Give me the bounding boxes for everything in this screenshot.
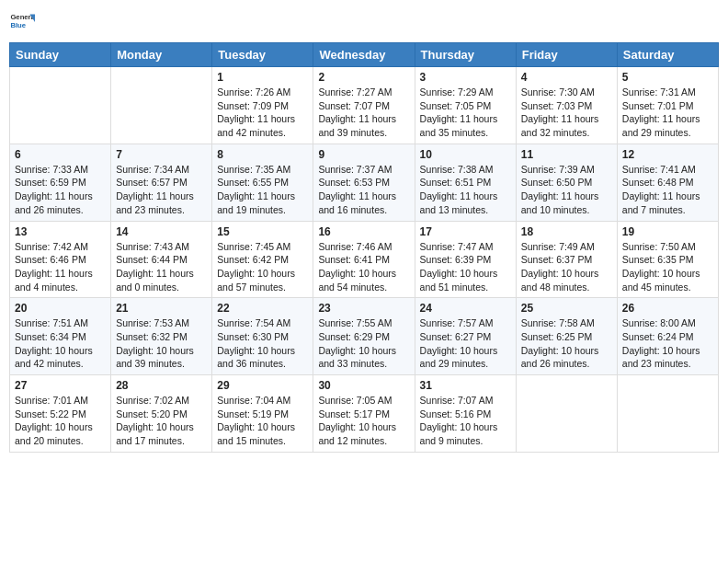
- day-info: Sunrise: 7:45 AM Sunset: 6:42 PM Dayligh…: [217, 240, 308, 294]
- day-info: Sunrise: 7:37 AM Sunset: 6:53 PM Dayligh…: [318, 163, 409, 217]
- day-number: 18: [521, 225, 612, 238]
- day-number: 28: [116, 379, 207, 392]
- day-number: 7: [116, 148, 207, 161]
- day-cell: 12Sunrise: 7:41 AM Sunset: 6:48 PM Dayli…: [617, 144, 718, 221]
- day-info: Sunrise: 7:50 AM Sunset: 6:35 PM Dayligh…: [622, 240, 713, 294]
- svg-text:Blue: Blue: [10, 21, 26, 29]
- day-info: Sunrise: 7:51 AM Sunset: 6:34 PM Dayligh…: [15, 316, 106, 371]
- day-info: Sunrise: 7:54 AM Sunset: 6:30 PM Dayligh…: [217, 316, 308, 371]
- day-cell: 11Sunrise: 7:39 AM Sunset: 6:50 PM Dayli…: [516, 144, 617, 221]
- day-info: Sunrise: 7:07 AM Sunset: 5:16 PM Dayligh…: [420, 394, 511, 448]
- col-header-thursday: Thursday: [415, 43, 516, 67]
- day-info: Sunrise: 7:33 AM Sunset: 6:59 PM Dayligh…: [15, 163, 106, 217]
- day-info: Sunrise: 7:04 AM Sunset: 5:19 PM Dayligh…: [217, 394, 308, 448]
- day-number: 3: [420, 71, 511, 84]
- day-number: 16: [318, 225, 409, 238]
- day-number: 1: [217, 71, 308, 84]
- day-cell: 21Sunrise: 7:53 AM Sunset: 6:32 PM Dayli…: [111, 298, 212, 375]
- day-number: 22: [217, 302, 308, 315]
- day-info: Sunrise: 7:39 AM Sunset: 6:50 PM Dayligh…: [521, 163, 612, 217]
- day-number: 24: [420, 302, 511, 315]
- day-info: Sunrise: 7:46 AM Sunset: 6:41 PM Dayligh…: [318, 240, 409, 294]
- day-cell: 28Sunrise: 7:02 AM Sunset: 5:20 PM Dayli…: [111, 375, 212, 453]
- day-cell: [111, 67, 212, 144]
- day-cell: 6Sunrise: 7:33 AM Sunset: 6:59 PM Daylig…: [10, 144, 111, 221]
- day-cell: 13Sunrise: 7:42 AM Sunset: 6:46 PM Dayli…: [10, 221, 111, 298]
- day-info: Sunrise: 7:49 AM Sunset: 6:37 PM Dayligh…: [521, 240, 612, 294]
- day-number: 13: [15, 225, 106, 238]
- day-cell: 3Sunrise: 7:29 AM Sunset: 7:05 PM Daylig…: [415, 67, 516, 144]
- col-header-sunday: Sunday: [10, 43, 111, 67]
- day-info: Sunrise: 7:05 AM Sunset: 5:17 PM Dayligh…: [318, 394, 409, 448]
- day-cell: 29Sunrise: 7:04 AM Sunset: 5:19 PM Dayli…: [212, 375, 313, 453]
- day-number: 9: [318, 148, 409, 161]
- day-info: Sunrise: 7:55 AM Sunset: 6:29 PM Dayligh…: [318, 316, 409, 371]
- day-number: 21: [116, 302, 207, 315]
- col-header-tuesday: Tuesday: [212, 43, 313, 67]
- day-number: 6: [15, 148, 106, 161]
- day-number: 23: [318, 302, 409, 315]
- day-cell: 20Sunrise: 7:51 AM Sunset: 6:34 PM Dayli…: [10, 298, 111, 375]
- day-cell: 25Sunrise: 7:58 AM Sunset: 6:25 PM Dayli…: [516, 298, 617, 375]
- day-info: Sunrise: 7:27 AM Sunset: 7:07 PM Dayligh…: [318, 86, 409, 140]
- day-number: 15: [217, 225, 308, 238]
- week-row-2: 6Sunrise: 7:33 AM Sunset: 6:59 PM Daylig…: [10, 144, 719, 221]
- day-number: 29: [217, 379, 308, 392]
- day-info: Sunrise: 7:26 AM Sunset: 7:09 PM Dayligh…: [217, 86, 308, 140]
- day-info: Sunrise: 7:38 AM Sunset: 6:51 PM Dayligh…: [420, 163, 511, 217]
- col-header-monday: Monday: [111, 43, 212, 67]
- day-cell: 27Sunrise: 7:01 AM Sunset: 5:22 PM Dayli…: [10, 375, 111, 453]
- week-row-4: 20Sunrise: 7:51 AM Sunset: 6:34 PM Dayli…: [10, 298, 719, 375]
- day-info: Sunrise: 7:57 AM Sunset: 6:27 PM Dayligh…: [420, 316, 511, 371]
- day-cell: 19Sunrise: 7:50 AM Sunset: 6:35 PM Dayli…: [617, 221, 718, 298]
- day-info: Sunrise: 7:47 AM Sunset: 6:39 PM Dayligh…: [420, 240, 511, 294]
- day-info: Sunrise: 8:00 AM Sunset: 6:24 PM Dayligh…: [622, 316, 713, 371]
- day-number: 5: [622, 71, 713, 84]
- day-number: 10: [420, 148, 511, 161]
- day-number: 17: [420, 225, 511, 238]
- day-cell: 31Sunrise: 7:07 AM Sunset: 5:16 PM Dayli…: [415, 375, 516, 453]
- day-number: 30: [318, 379, 409, 392]
- day-cell: [617, 375, 718, 453]
- day-cell: 1Sunrise: 7:26 AM Sunset: 7:09 PM Daylig…: [212, 67, 313, 144]
- day-info: Sunrise: 7:01 AM Sunset: 5:22 PM Dayligh…: [15, 394, 106, 448]
- day-cell: 22Sunrise: 7:54 AM Sunset: 6:30 PM Dayli…: [212, 298, 313, 375]
- day-cell: 7Sunrise: 7:34 AM Sunset: 6:57 PM Daylig…: [111, 144, 212, 221]
- day-cell: [516, 375, 617, 453]
- day-number: 12: [622, 148, 713, 161]
- logo: General Blue: [9, 9, 35, 35]
- week-row-5: 27Sunrise: 7:01 AM Sunset: 5:22 PM Dayli…: [10, 375, 719, 453]
- day-info: Sunrise: 7:29 AM Sunset: 7:05 PM Dayligh…: [420, 86, 511, 140]
- day-info: Sunrise: 7:31 AM Sunset: 7:01 PM Dayligh…: [622, 86, 713, 140]
- day-number: 19: [622, 225, 713, 238]
- day-cell: 9Sunrise: 7:37 AM Sunset: 6:53 PM Daylig…: [313, 144, 415, 221]
- col-header-saturday: Saturday: [617, 43, 718, 67]
- day-cell: [10, 67, 111, 144]
- day-info: Sunrise: 7:34 AM Sunset: 6:57 PM Dayligh…: [116, 163, 207, 217]
- day-number: 20: [15, 302, 106, 315]
- day-cell: 24Sunrise: 7:57 AM Sunset: 6:27 PM Dayli…: [415, 298, 516, 375]
- logo-icon: General Blue: [9, 9, 35, 35]
- day-number: 27: [15, 379, 106, 392]
- day-number: 11: [521, 148, 612, 161]
- day-info: Sunrise: 7:53 AM Sunset: 6:32 PM Dayligh…: [116, 316, 207, 371]
- day-info: Sunrise: 7:43 AM Sunset: 6:44 PM Dayligh…: [116, 240, 207, 294]
- day-info: Sunrise: 7:30 AM Sunset: 7:03 PM Dayligh…: [521, 86, 612, 140]
- col-header-friday: Friday: [516, 43, 617, 67]
- day-number: 2: [318, 71, 409, 84]
- day-cell: 10Sunrise: 7:38 AM Sunset: 6:51 PM Dayli…: [415, 144, 516, 221]
- day-cell: 4Sunrise: 7:30 AM Sunset: 7:03 PM Daylig…: [516, 67, 617, 144]
- day-number: 8: [217, 148, 308, 161]
- day-info: Sunrise: 7:41 AM Sunset: 6:48 PM Dayligh…: [622, 163, 713, 217]
- col-header-wednesday: Wednesday: [313, 43, 415, 67]
- header-row: SundayMondayTuesdayWednesdayThursdayFrid…: [10, 43, 719, 67]
- day-cell: 18Sunrise: 7:49 AM Sunset: 6:37 PM Dayli…: [516, 221, 617, 298]
- day-number: 4: [521, 71, 612, 84]
- day-cell: 23Sunrise: 7:55 AM Sunset: 6:29 PM Dayli…: [313, 298, 415, 375]
- day-cell: 16Sunrise: 7:46 AM Sunset: 6:41 PM Dayli…: [313, 221, 415, 298]
- calendar-table: SundayMondayTuesdayWednesdayThursdayFrid…: [9, 42, 719, 453]
- day-number: 31: [420, 379, 511, 392]
- week-row-1: 1Sunrise: 7:26 AM Sunset: 7:09 PM Daylig…: [10, 67, 719, 144]
- page-header: General Blue: [9, 9, 719, 35]
- day-number: 25: [521, 302, 612, 315]
